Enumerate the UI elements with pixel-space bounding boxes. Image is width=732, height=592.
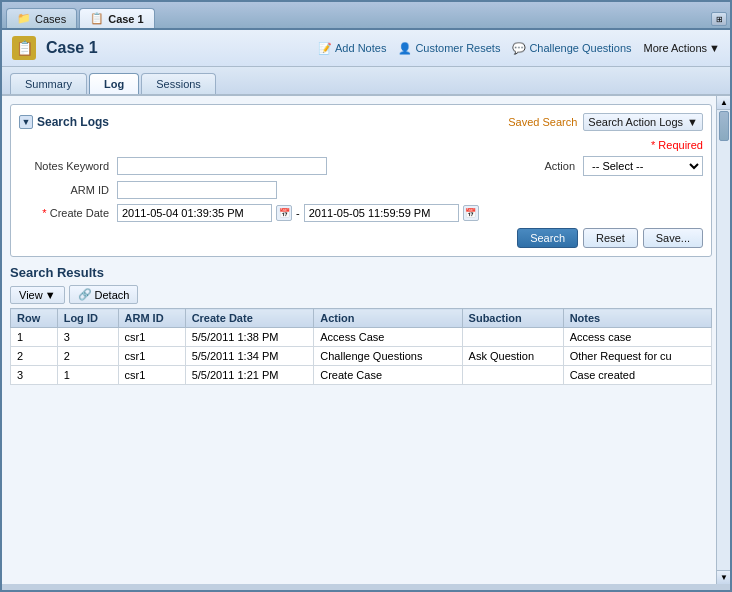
table-cell: Case created: [563, 366, 711, 385]
window-restore-button[interactable]: ⊞: [711, 12, 727, 26]
col-action: Action: [314, 309, 462, 328]
reset-button[interactable]: Reset: [583, 228, 638, 248]
date-range-separator: -: [296, 207, 300, 219]
collapse-icon[interactable]: ▼: [19, 115, 33, 129]
col-log-id: Log ID: [57, 309, 118, 328]
scroll-up-arrow[interactable]: ▲: [717, 96, 730, 110]
customer-resets-icon: 👤: [398, 42, 412, 55]
add-notes-icon: 📝: [318, 42, 332, 55]
tab-cases[interactable]: 📁 Cases: [6, 8, 77, 28]
challenge-questions-button[interactable]: 💬 Challenge Questions: [512, 42, 631, 55]
results-toolbar: View ▼ 🔗 Detach: [10, 285, 712, 304]
date-from-input[interactable]: [117, 204, 272, 222]
table-cell: [462, 366, 563, 385]
view-chevron-icon: ▼: [45, 289, 56, 301]
arm-id-input[interactable]: [117, 181, 277, 199]
table-cell: Challenge Questions: [314, 347, 462, 366]
col-arm-id: ARM ID: [118, 309, 185, 328]
table-row[interactable]: 22csr15/5/2011 1:34 PMChallenge Question…: [11, 347, 712, 366]
create-date-row: Create Date 📅 - 📅: [19, 204, 703, 222]
date-from-calendar-icon[interactable]: 📅: [276, 205, 292, 221]
detach-button[interactable]: 🔗 Detach: [69, 285, 139, 304]
table-cell: Access case: [563, 328, 711, 347]
table-cell: Access Case: [314, 328, 462, 347]
date-range: 📅 - 📅: [117, 204, 479, 222]
save-button[interactable]: Save...: [643, 228, 703, 248]
col-row: Row: [11, 309, 58, 328]
table-row[interactable]: 13csr15/5/2011 1:38 PMAccess CaseAccess …: [11, 328, 712, 347]
notes-keyword-label: Notes Keyword: [19, 160, 109, 172]
date-to-calendar-icon[interactable]: 📅: [463, 205, 479, 221]
search-panel: ▼ Search Logs Saved Search Search Action…: [10, 104, 712, 257]
required-note: * Required: [19, 139, 703, 151]
action-select[interactable]: -- Select --: [583, 156, 703, 176]
table-cell: 2: [11, 347, 58, 366]
saved-search-area: Saved Search Search Action Logs ▼: [508, 113, 703, 131]
table-cell: csr1: [118, 328, 185, 347]
case-actions: 📝 Add Notes 👤 Customer Resets 💬 Challeng…: [318, 42, 720, 55]
table-cell: 3: [11, 366, 58, 385]
case-title: Case 1: [46, 39, 308, 57]
more-actions-chevron-icon: ▼: [709, 42, 720, 54]
tab-log[interactable]: Log: [89, 73, 139, 94]
view-button[interactable]: View ▼: [10, 286, 65, 304]
table-cell: Create Case: [314, 366, 462, 385]
table-cell: [462, 328, 563, 347]
table-cell: 5/5/2011 1:34 PM: [185, 347, 314, 366]
saved-search-chevron-icon: ▼: [687, 116, 698, 128]
table-cell: 1: [11, 328, 58, 347]
arm-id-row: ARM ID: [19, 181, 703, 199]
search-button[interactable]: Search: [517, 228, 578, 248]
sub-tab-bar: Summary Log Sessions: [2, 67, 730, 96]
saved-search-label: Saved Search: [508, 116, 577, 128]
detach-icon: 🔗: [78, 288, 92, 301]
vertical-scrollbar[interactable]: ▲ ▼: [716, 96, 730, 584]
date-to-input[interactable]: [304, 204, 459, 222]
scroll-track: [717, 110, 730, 570]
add-notes-button[interactable]: 📝 Add Notes: [318, 42, 386, 55]
case1-tab-icon: 📋: [90, 12, 104, 25]
case-header: 📋 Case 1 📝 Add Notes 👤 Customer Resets 💬…: [2, 30, 730, 67]
table-cell: 3: [57, 328, 118, 347]
cases-tab-label: Cases: [35, 13, 66, 25]
search-panel-header: ▼ Search Logs Saved Search Search Action…: [19, 113, 703, 131]
table-cell: 1: [57, 366, 118, 385]
table-cell: 5/5/2011 1:38 PM: [185, 328, 314, 347]
tab-summary[interactable]: Summary: [10, 73, 87, 94]
case-icon: 📋: [12, 36, 36, 60]
table-cell: csr1: [118, 366, 185, 385]
table-header-row: Row Log ID ARM ID Create Date Action Sub…: [11, 309, 712, 328]
notes-keyword-row: Notes Keyword Action -- Select --: [19, 156, 703, 176]
col-create-date: Create Date: [185, 309, 314, 328]
table-cell: csr1: [118, 347, 185, 366]
search-button-row: Search Reset Save...: [19, 228, 703, 248]
table-cell: 2: [57, 347, 118, 366]
table-cell: 5/5/2011 1:21 PM: [185, 366, 314, 385]
cases-tab-icon: 📁: [17, 12, 31, 25]
tab-sessions[interactable]: Sessions: [141, 73, 216, 94]
case1-tab-label: Case 1: [108, 13, 143, 25]
table-cell: Ask Question: [462, 347, 563, 366]
results-section: Search Results View ▼ 🔗 Detach Row Log I…: [10, 265, 712, 385]
main-content: ▼ Search Logs Saved Search Search Action…: [2, 96, 730, 584]
create-date-label: Create Date: [19, 207, 109, 219]
table-row[interactable]: 31csr15/5/2011 1:21 PMCreate CaseCase cr…: [11, 366, 712, 385]
customer-resets-button[interactable]: 👤 Customer Resets: [398, 42, 500, 55]
arm-id-label: ARM ID: [19, 184, 109, 196]
col-subaction: Subaction: [462, 309, 563, 328]
saved-search-select[interactable]: Search Action Logs ▼: [583, 113, 703, 131]
notes-keyword-input[interactable]: [117, 157, 327, 175]
scroll-thumb[interactable]: [719, 111, 729, 141]
more-actions-button[interactable]: More Actions ▼: [644, 42, 720, 54]
scroll-down-arrow[interactable]: ▼: [717, 570, 730, 584]
action-label: Action: [525, 160, 575, 172]
results-table: Row Log ID ARM ID Create Date Action Sub…: [10, 308, 712, 385]
search-panel-title: ▼ Search Logs: [19, 115, 109, 129]
results-title: Search Results: [10, 265, 712, 280]
tab-case1[interactable]: 📋 Case 1: [79, 8, 154, 28]
challenge-questions-icon: 💬: [512, 42, 526, 55]
table-cell: Other Request for cu: [563, 347, 711, 366]
col-notes: Notes: [563, 309, 711, 328]
